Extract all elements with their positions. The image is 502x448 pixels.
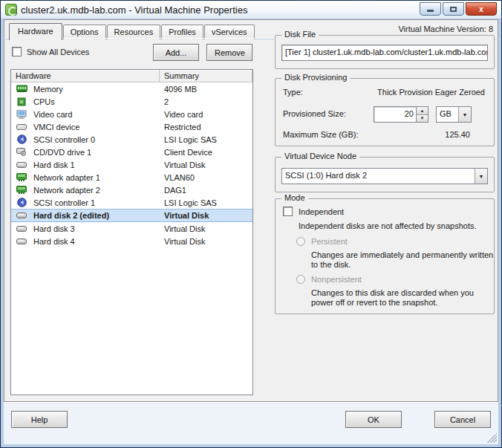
hardware-summary: VLAN60 xyxy=(160,173,252,182)
table-row[interactable]: VMCI deviceRestricted xyxy=(11,120,252,133)
maximize-button[interactable] xyxy=(443,2,464,16)
disk-file-group: Disk File [Tier 1] cluster1.uk.mdb-lab.c… xyxy=(275,35,495,69)
add-button[interactable]: Add... xyxy=(153,44,199,61)
scsi-controller-icon xyxy=(16,198,27,207)
help-button[interactable]: Help xyxy=(11,411,68,428)
scsi-controller-icon xyxy=(16,134,27,144)
hardware-name: Network adapter 2 xyxy=(33,186,100,195)
table-row[interactable]: Hard disk 1Virtual Disk xyxy=(11,158,252,171)
column-header-summary[interactable]: Summary xyxy=(160,70,252,82)
column-header-hardware[interactable]: Hardware xyxy=(11,70,160,82)
hard-disk-icon xyxy=(16,224,27,233)
disk-file-group-title: Disk File xyxy=(281,30,319,39)
nonpersistent-description: Changes to this disk are discarded when … xyxy=(311,288,497,308)
hardware-name: Memory xyxy=(33,85,63,94)
table-row[interactable]: Video cardVideo card xyxy=(11,108,252,120)
tab-vservices[interactable]: vServices xyxy=(204,25,255,39)
minimize-button[interactable] xyxy=(420,2,441,16)
hardware-summary: DAG1 xyxy=(160,186,252,195)
table-row[interactable]: SCSI controller 0LSI Logic SAS xyxy=(11,133,252,146)
independent-checkbox[interactable] xyxy=(283,207,293,216)
disk-provisioning-group-title: Disk Provisioning xyxy=(281,73,350,82)
size-unit-select[interactable]: GB ▼ xyxy=(436,106,472,123)
disk-provisioning-group: Disk Provisioning Type: Thick Provision … xyxy=(275,78,495,146)
maximum-size-label: Maximum Size (GB): xyxy=(283,130,358,139)
network-adapter-icon xyxy=(16,185,27,195)
spin-up-icon[interactable]: ▲ xyxy=(417,107,428,115)
chevron-down-icon[interactable]: ▼ xyxy=(475,169,487,184)
tab-resources[interactable]: Resources xyxy=(107,25,161,39)
mode-group: Mode Independent Independent disks are n… xyxy=(275,198,495,314)
table-row[interactable]: SCSI controller 1LSI Logic SAS xyxy=(11,196,252,209)
hardware-table: Hardware Summary Memory4096 MBCPUs2Video… xyxy=(10,69,253,395)
disk-file-field[interactable]: [Tier 1] cluster1.uk.mdb-lab.com/cluster… xyxy=(281,45,488,61)
persistent-description: Changes are immediately and permanently … xyxy=(311,250,497,270)
hardware-summary: Client Device xyxy=(160,148,252,157)
hard-disk-icon xyxy=(16,236,27,246)
independent-label: Independent xyxy=(299,207,344,216)
footer-bar: Help OK Cancel xyxy=(4,401,498,444)
hardware-name: SCSI controller 1 xyxy=(33,198,95,207)
table-row[interactable]: Memory4096 MB xyxy=(11,82,252,95)
ok-button[interactable]: OK xyxy=(345,411,402,428)
vm-version-label: Virtual Machine Version: 8 xyxy=(398,25,493,35)
type-label: Type: xyxy=(283,88,303,97)
remove-button[interactable]: Remove xyxy=(206,44,252,61)
mode-group-title: Mode xyxy=(281,193,308,202)
maximum-size-value: 125.40 xyxy=(445,130,470,139)
table-row[interactable]: CPUs2 xyxy=(11,95,252,108)
virtual-device-node-select[interactable]: SCSI (1:0) Hard disk 2 ▼ xyxy=(281,168,488,184)
app-icon xyxy=(5,4,17,16)
nonpersistent-label: Nonpersistent xyxy=(311,275,362,284)
table-row[interactable]: CD/DVD drive 1Client Device xyxy=(11,146,252,158)
vmci-device-icon xyxy=(16,122,27,132)
cancel-button[interactable]: Cancel xyxy=(434,411,491,428)
tab-profiles[interactable]: Profiles xyxy=(161,25,203,39)
cpu-icon xyxy=(16,97,27,106)
title-bar: cluster2.uk.mdb-lab.com - Virtual Machin… xyxy=(1,1,501,19)
hardware-name: SCSI controller 0 xyxy=(33,135,95,144)
provisioned-size-input[interactable]: 20 xyxy=(374,106,416,123)
hard-disk-icon xyxy=(16,211,27,221)
table-row[interactable]: Network adapter 2DAG1 xyxy=(11,184,252,196)
close-button[interactable]: x xyxy=(466,2,497,16)
hardware-summary: Restricted xyxy=(160,123,252,132)
window-title: cluster2.uk.mdb-lab.com - Virtual Machin… xyxy=(21,4,420,16)
hard-disk-icon xyxy=(16,160,27,169)
table-row[interactable]: Hard disk 2 (edited)Virtual Disk xyxy=(11,209,252,222)
hardware-summary: 4096 MB xyxy=(160,85,252,94)
hardware-name: Network adapter 1 xyxy=(33,173,100,182)
tab-hardware[interactable]: Hardware xyxy=(9,23,62,40)
type-value: Thick Provision Eager Zeroed xyxy=(377,88,485,97)
show-all-devices-label: Show All Devices xyxy=(27,48,89,56)
persistent-label: Persistent xyxy=(311,237,348,246)
cd-dvd-icon xyxy=(16,147,27,157)
hardware-name: Hard disk 4 xyxy=(33,237,75,246)
chevron-down-icon[interactable]: ▼ xyxy=(458,107,471,122)
resize-grip[interactable] xyxy=(487,433,497,443)
network-adapter-icon xyxy=(16,172,27,182)
provisioned-size-stepper: 20 ▲ ▼ xyxy=(374,106,428,123)
hardware-summary: 2 xyxy=(160,97,252,106)
table-row[interactable]: Network adapter 1VLAN60 xyxy=(11,171,252,184)
persistent-radio[interactable] xyxy=(296,237,305,246)
video-card-icon xyxy=(16,109,27,119)
hardware-summary: Virtual Disk xyxy=(160,160,252,169)
virtual-device-node-group-title: Virtual Device Node xyxy=(281,152,359,160)
hardware-name: Hard disk 2 (edited) xyxy=(33,211,109,220)
spin-down-icon[interactable]: ▼ xyxy=(417,115,428,123)
provisioned-size-label: Provisioned Size: xyxy=(283,109,346,118)
hardware-summary: Virtual Disk xyxy=(160,211,252,220)
hardware-summary: Virtual Disk xyxy=(160,224,252,233)
table-row[interactable]: Hard disk 3Virtual Disk xyxy=(11,222,252,235)
hardware-name: Video card xyxy=(33,110,72,119)
nonpersistent-radio[interactable] xyxy=(296,275,305,284)
table-row[interactable]: Hard disk 4Virtual Disk xyxy=(11,235,252,247)
dialog-body: Show All Devices Add... Remove Hardware … xyxy=(4,39,498,401)
virtual-device-node-group: Virtual Device Node SCSI (1:0) Hard disk… xyxy=(275,157,495,192)
vm-properties-window: cluster2.uk.mdb-lab.com - Virtual Machin… xyxy=(0,0,502,448)
memory-icon xyxy=(16,84,27,94)
tab-options[interactable]: Options xyxy=(63,25,106,39)
hardware-summary: LSI Logic SAS xyxy=(160,135,252,144)
show-all-devices-checkbox[interactable] xyxy=(12,47,22,56)
